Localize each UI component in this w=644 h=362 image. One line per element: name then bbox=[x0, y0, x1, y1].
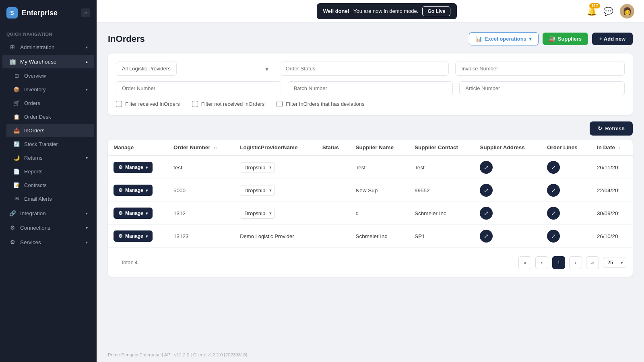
row-status bbox=[317, 179, 350, 202]
expand-supplier-address-button[interactable]: ⤢ bbox=[480, 230, 493, 243]
filter-row-1: All Logistic Providers bbox=[116, 62, 625, 76]
sidebar-item-administration[interactable]: ⊞ Administration ▾ bbox=[2, 40, 94, 54]
manage-label: Manage bbox=[125, 233, 143, 239]
refresh-icon: ↻ bbox=[598, 125, 602, 132]
expand-supplier-address-button[interactable]: ⤢ bbox=[480, 184, 493, 197]
expand-order-lines-button[interactable]: ⤢ bbox=[547, 184, 560, 197]
expand-order-lines-button[interactable]: ⤢ bbox=[547, 207, 560, 220]
sidebar-item-label: Reports bbox=[24, 169, 43, 175]
content-area: InOrders 📊 Excel operations ▾ 🏭 Supplier… bbox=[97, 23, 644, 348]
col-supplier-address: Supplier Address bbox=[474, 140, 541, 156]
sidebar-item-inorders[interactable]: 📥 InOrders bbox=[6, 124, 94, 137]
chevron-down-icon: ▾ bbox=[86, 211, 88, 216]
logo-icon: S bbox=[6, 7, 18, 19]
sidebar-item-label: Integration bbox=[20, 210, 46, 216]
page-1-button[interactable]: 1 bbox=[552, 256, 565, 269]
provider-select[interactable]: Dropship bbox=[240, 208, 275, 219]
notification-bell[interactable]: 🔔 117 bbox=[587, 6, 597, 16]
filter-received-label: Filter received InOrders bbox=[125, 101, 180, 107]
go-live-button[interactable]: Go Live bbox=[422, 6, 450, 16]
total-label: Total: 4 bbox=[114, 254, 144, 271]
sidebar-item-services[interactable]: ⚙ Services ▾ bbox=[2, 235, 94, 249]
manage-button[interactable]: ⚙ Manage ▾ bbox=[114, 230, 153, 242]
next-page-button[interactable]: › bbox=[569, 256, 582, 269]
sidebar-item-email-alerts[interactable]: ✉ Email Alerts bbox=[6, 192, 94, 206]
expand-order-lines-button[interactable]: ⤢ bbox=[547, 230, 560, 243]
sidebar-item-returns[interactable]: 🌙 Returns ▾ bbox=[6, 151, 94, 165]
sidebar-item-contracts[interactable]: 📝 Contracts bbox=[6, 179, 94, 192]
filter-not-received-checkbox[interactable] bbox=[192, 101, 198, 107]
row-supplier-contact: Schmeler Inc bbox=[409, 202, 475, 225]
order-number-input[interactable] bbox=[116, 81, 281, 95]
reports-icon: 📄 bbox=[13, 169, 20, 175]
row-order-number: 1312 bbox=[168, 202, 234, 225]
sidebar-item-orders[interactable]: 🛒 Orders bbox=[6, 97, 94, 110]
manage-label: Manage bbox=[125, 187, 143, 193]
first-page-button[interactable]: « bbox=[518, 256, 531, 269]
sidebar-item-order-desk[interactable]: 📋 Order Desk bbox=[6, 110, 94, 123]
overview-icon: ⊡ bbox=[13, 73, 20, 79]
row-status bbox=[317, 156, 350, 179]
logistic-provider-select[interactable]: All Logistic Providers bbox=[116, 62, 177, 76]
filter-deviations-checkbox-label[interactable]: Filter InOrders that has deviations bbox=[277, 101, 364, 107]
last-page-button[interactable]: » bbox=[586, 256, 599, 269]
sidebar-item-label: Returns bbox=[24, 155, 43, 161]
pagination-row: Total: 4 « ‹ 1 › » 25 50 100 bbox=[108, 248, 633, 277]
filter-received-checkbox[interactable] bbox=[116, 101, 122, 107]
sidebar-item-label: My Warehouse bbox=[20, 59, 56, 65]
sidebar-item-connections[interactable]: ⚙ Connections ▾ bbox=[2, 221, 94, 234]
suppliers-btn-label: Suppliers bbox=[558, 36, 582, 42]
expand-order-lines-button[interactable]: ⤢ bbox=[547, 161, 560, 174]
sidebar-item-inventory[interactable]: 📦 Inventory ▾ bbox=[6, 83, 94, 96]
footer: Prime Penguin Enterprise | API: v12.2.0 … bbox=[97, 348, 644, 362]
services-icon: ⚙ bbox=[9, 239, 16, 245]
sidebar-item-reports[interactable]: 📄 Reports bbox=[6, 165, 94, 178]
row-supplier-name: d bbox=[350, 202, 409, 225]
refresh-button[interactable]: ↻ Refresh bbox=[590, 121, 633, 136]
chevron-down-icon: ▾ bbox=[86, 87, 88, 92]
row-logistic-provider: Dropship bbox=[234, 179, 317, 202]
main-area: Well done! You are now in demo mode. Go … bbox=[97, 0, 644, 362]
expand-supplier-address-button[interactable]: ⤢ bbox=[480, 207, 493, 220]
sidebar-item-label: Stock Transfer bbox=[24, 141, 58, 147]
manage-label: Manage bbox=[125, 165, 143, 170]
expand-supplier-address-button[interactable]: ⤢ bbox=[480, 161, 493, 174]
prev-page-button[interactable]: ‹ bbox=[535, 256, 548, 269]
suppliers-button[interactable]: 🏭 Suppliers bbox=[543, 33, 588, 45]
add-new-button[interactable]: + Add new bbox=[592, 33, 633, 45]
invoice-number-input[interactable] bbox=[455, 62, 625, 76]
orders-icon: 🛒 bbox=[13, 100, 20, 106]
batch-number-input[interactable] bbox=[288, 81, 453, 95]
row-supplier-contact: Test bbox=[409, 156, 475, 179]
article-number-input[interactable] bbox=[459, 81, 625, 95]
chat-icon[interactable]: 💬 bbox=[603, 6, 613, 16]
demo-banner-area: Well done! You are now in demo mode. Go … bbox=[317, 3, 457, 19]
provider-select[interactable]: Dropship bbox=[240, 162, 275, 173]
col-in-date[interactable]: In Date ↑ bbox=[591, 140, 633, 156]
filter-not-received-checkbox-label[interactable]: Filter not received InOrders bbox=[192, 101, 265, 107]
filter-deviations-checkbox[interactable] bbox=[277, 101, 283, 107]
row-supplier-contact: 99552 bbox=[409, 179, 475, 202]
stock-transfer-icon: 🔄 bbox=[13, 141, 20, 147]
sidebar-item-integration[interactable]: 🔗 Integration ▾ bbox=[2, 206, 94, 220]
logistic-provider-wrapper: All Logistic Providers bbox=[116, 62, 273, 76]
provider-select[interactable]: Dropship bbox=[240, 185, 275, 196]
manage-button[interactable]: ⚙ Manage ▾ bbox=[114, 162, 153, 173]
chevron-down-icon: ▾ bbox=[86, 156, 88, 160]
filter-deviations-label: Filter InOrders that has deviations bbox=[286, 101, 364, 107]
manage-button[interactable]: ⚙ Manage ▾ bbox=[114, 185, 153, 196]
col-order-number[interactable]: Order Number ↑↓ bbox=[168, 140, 234, 156]
user-avatar[interactable]: 👩 bbox=[620, 4, 634, 19]
page-size-select[interactable]: 25 50 100 bbox=[603, 257, 626, 268]
sidebar-item-my-warehouse[interactable]: 🏢 My Warehouse ▴ bbox=[2, 55, 94, 68]
sidebar-item-overview[interactable]: ⊡ Overview bbox=[6, 69, 94, 82]
manage-button[interactable]: ⚙ Manage ▾ bbox=[114, 208, 153, 219]
filter-panel: All Logistic Providers Filter received I… bbox=[108, 53, 633, 115]
filter-received-checkbox-label[interactable]: Filter received InOrders bbox=[116, 101, 180, 107]
sidebar-item-stock-transfer[interactable]: 🔄 Stock Transfer bbox=[6, 138, 94, 151]
order-status-input[interactable] bbox=[280, 62, 449, 76]
in-date-sort-icon: ↑ bbox=[618, 145, 621, 150]
excel-operations-button[interactable]: 📊 Excel operations ▾ bbox=[469, 32, 539, 45]
col-supplier-name: Supplier Name bbox=[350, 140, 409, 156]
sidebar-collapse-button[interactable]: « bbox=[81, 8, 90, 17]
